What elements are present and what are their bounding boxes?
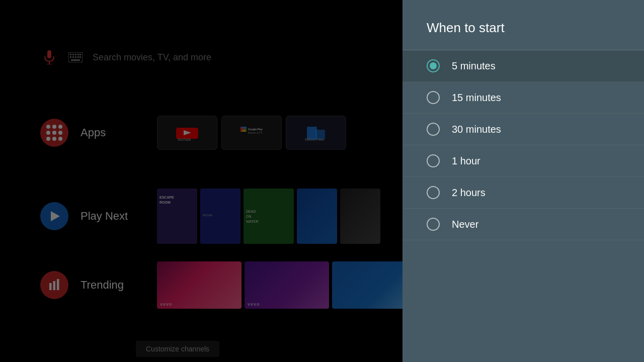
- radio-2-hours: [427, 186, 440, 199]
- movie-thumb-5[interactable]: [340, 189, 380, 244]
- trending-row: Trending vevo vevo: [40, 261, 403, 309]
- movie-thumb-3[interactable]: DEAD ON WATER: [244, 189, 294, 244]
- radio-30-minutes: [427, 123, 440, 136]
- trending-thumb-1[interactable]: vevo: [157, 261, 242, 309]
- radio-5-minutes: [427, 59, 440, 72]
- svg-text:ESCAPE: ESCAPE: [159, 196, 174, 199]
- playnext-row: Play Next ESCAPE ROOM MOVIE DEAD: [40, 189, 380, 244]
- svg-text:YouTube: YouTube: [177, 138, 191, 141]
- svg-text:WATER: WATER: [246, 220, 259, 223]
- movie-thumb-2[interactable]: MOVIE: [200, 189, 240, 244]
- option-label-1-hour: 1 hour: [452, 155, 480, 167]
- youtube-app-thumb[interactable]: YouTube: [157, 116, 217, 150]
- apps-row: Apps YouTube Google Play Movi: [40, 116, 346, 150]
- left-panel: Search movies, TV, and more Apps YouTube: [0, 0, 403, 362]
- svg-text:DEAD: DEAD: [246, 210, 256, 213]
- search-bar[interactable]: Search movies, TV, and more: [40, 45, 392, 69]
- svg-rect-39: [49, 283, 52, 290]
- playnext-icon[interactable]: [40, 202, 68, 230]
- movie-thumb-4[interactable]: [297, 189, 337, 244]
- option-label-30-minutes: 30 minutes: [452, 124, 501, 135]
- svg-rect-0: [47, 50, 51, 58]
- svg-rect-7: [77, 54, 79, 55]
- option-15-minutes[interactable]: 15 minutes: [403, 82, 644, 114]
- playnext-label: Play Next: [80, 210, 141, 223]
- svg-rect-40: [53, 281, 56, 290]
- radio-1-hour: [427, 154, 440, 167]
- radio-never: [427, 218, 440, 231]
- app-thumbnails: YouTube Google Play Movies & TV: [157, 116, 346, 150]
- svg-rect-5: [72, 54, 74, 55]
- magic-files-app-thumb[interactable]: MAGic Files: [286, 116, 346, 150]
- option-2-hours[interactable]: 2 hours: [403, 177, 644, 209]
- option-never[interactable]: Never: [403, 209, 644, 240]
- radio-15-minutes: [427, 91, 440, 104]
- when-to-start-dialog: When to start 5 minutes 15 minutes 30 mi…: [403, 0, 644, 362]
- trending-thumb-2[interactable]: vevo: [245, 261, 329, 309]
- radio-inner-5-minutes: [430, 62, 437, 69]
- svg-text:ROOM: ROOM: [159, 201, 171, 204]
- svg-rect-8: [79, 54, 81, 55]
- svg-rect-41: [57, 279, 59, 290]
- svg-text:MOVIE: MOVIE: [203, 214, 212, 217]
- svg-rect-10: [72, 56, 74, 58]
- svg-text:MAGic Files: MAGic Files: [305, 138, 324, 141]
- svg-rect-12: [77, 56, 79, 58]
- trending-thumb-3[interactable]: [332, 261, 403, 309]
- svg-text:Movies & TV: Movies & TV: [248, 131, 263, 134]
- trending-icon[interactable]: [40, 271, 68, 299]
- movie-thumb-1[interactable]: ESCAPE ROOM: [157, 189, 197, 244]
- svg-rect-4: [70, 54, 71, 55]
- search-placeholder: Search movies, TV, and more: [93, 52, 211, 63]
- svg-text:Google Play: Google Play: [248, 128, 263, 131]
- movie-thumbnails: ESCAPE ROOM MOVIE DEAD ON WATER: [157, 189, 380, 244]
- option-30-minutes[interactable]: 30 minutes: [403, 114, 644, 145]
- mic-icon[interactable]: [40, 48, 58, 66]
- svg-text:ON: ON: [246, 215, 252, 218]
- apps-icon[interactable]: [40, 119, 68, 147]
- apps-label: Apps: [80, 126, 141, 139]
- trending-thumbnails: vevo vevo: [157, 261, 403, 309]
- trending-label: Trending: [80, 279, 141, 292]
- google-play-app-thumb[interactable]: Google Play Movies & TV: [221, 116, 282, 150]
- option-label-never: Never: [452, 219, 478, 230]
- option-label-5-minutes: 5 minutes: [452, 60, 496, 72]
- svg-rect-14: [71, 59, 80, 61]
- svg-rect-9: [70, 56, 71, 58]
- option-1-hour[interactable]: 1 hour: [403, 145, 644, 177]
- svg-rect-11: [75, 56, 76, 58]
- option-label-15-minutes: 15 minutes: [452, 92, 501, 104]
- customize-channels-button[interactable]: Customize channels: [136, 341, 219, 357]
- dialog-title: When to start: [403, 0, 644, 50]
- keyboard-icon[interactable]: [66, 48, 85, 66]
- option-label-2-hours: 2 hours: [452, 187, 486, 199]
- options-list: 5 minutes 15 minutes 30 minutes 1 hour 2…: [403, 50, 644, 240]
- option-5-minutes[interactable]: 5 minutes: [403, 50, 644, 82]
- svg-rect-6: [75, 54, 76, 55]
- svg-rect-13: [79, 56, 81, 58]
